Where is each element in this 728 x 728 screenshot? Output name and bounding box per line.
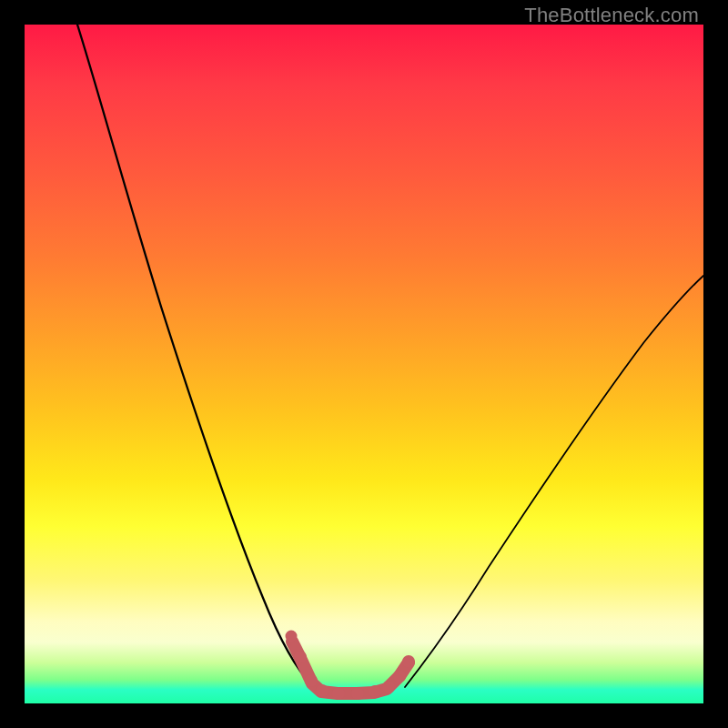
dot-3 xyxy=(305,674,318,687)
dot-9 xyxy=(393,670,406,682)
chart-frame: TheBottleneck.com xyxy=(0,0,728,728)
curve-svg xyxy=(25,25,703,703)
curve-right xyxy=(405,276,703,687)
dot-1 xyxy=(286,631,298,642)
dot-4 xyxy=(316,684,329,697)
curve-left xyxy=(77,25,312,685)
dot-7 xyxy=(369,685,381,698)
plot-area xyxy=(25,25,703,703)
dot-10 xyxy=(402,655,415,668)
dot-8 xyxy=(382,681,395,693)
watermark-text: TheBottleneck.com xyxy=(524,4,699,27)
dot-5 xyxy=(332,687,345,700)
dot-6 xyxy=(351,687,364,700)
dot-2 xyxy=(294,651,307,663)
